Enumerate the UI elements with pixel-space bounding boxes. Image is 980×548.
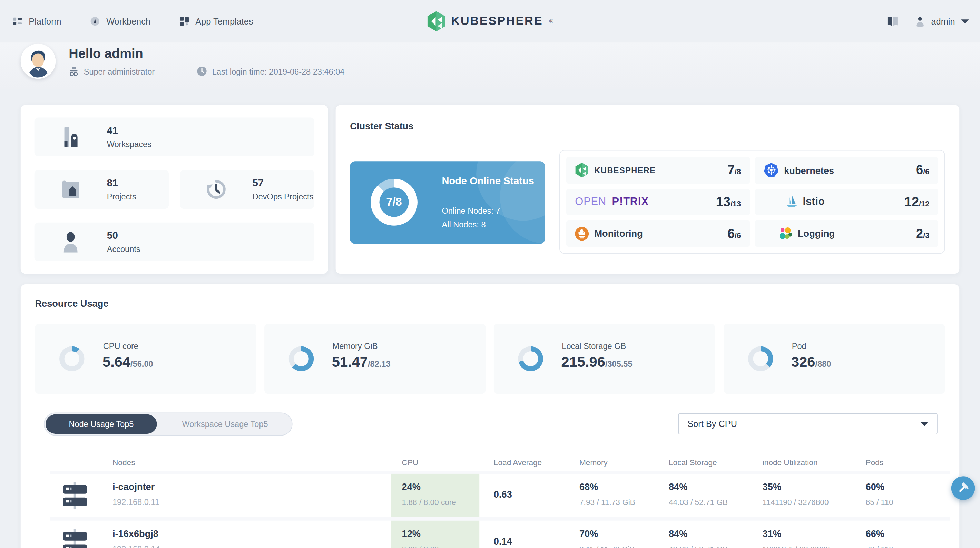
component-value: 6 <box>916 163 923 177</box>
node-online-title: Node Online Status <box>442 174 536 188</box>
component-label-part2: P!TRIX <box>612 196 649 208</box>
gauge-total: /880 <box>815 359 831 368</box>
inode-detail: 1141190 / 3276800 <box>763 498 829 507</box>
sort-by-dropdown[interactable]: Sort By CPU <box>678 413 937 435</box>
node-online-ratio: 7/8 <box>371 179 418 226</box>
pods-detail: 65 / 110 <box>866 498 893 507</box>
inode-detail: 1002451 / 3276800 <box>763 545 830 548</box>
memory-detail: 8.11 / 11.73 GiB <box>579 545 635 548</box>
component-monitoring[interactable]: Monitoring 6/6 <box>566 220 750 247</box>
col-nodes: Nodes <box>113 458 135 467</box>
istio-icon <box>786 195 797 209</box>
overview-stats-card: 41 Workspaces 81 Projects 57 DevOps Proj… <box>21 105 328 274</box>
usage-tabs: Node Usage Top5 Workspace Usage Top5 <box>44 413 293 435</box>
node-name[interactable]: i-16x6bgj8 <box>113 528 158 539</box>
component-istio[interactable]: Istio 12/12 <box>755 188 938 215</box>
component-value: 12 <box>904 194 919 209</box>
inode-percent: 35% <box>763 481 781 492</box>
cpu-donut <box>59 346 84 371</box>
cpu-percent: 12% <box>402 528 421 539</box>
gauge-used: 215.96 <box>561 354 605 370</box>
hammer-icon <box>957 482 969 494</box>
col-storage: Local Storage <box>669 458 717 467</box>
stat-projects[interactable]: 81 Projects <box>35 170 169 209</box>
kubesphere-icon <box>575 163 589 178</box>
pods-detail: 72 / 110 <box>866 545 893 548</box>
col-load: Load Average <box>494 458 542 467</box>
component-value: 7 <box>727 163 735 177</box>
kubesphere-logo-icon <box>426 11 445 32</box>
node-online-status-card[interactable]: 7/8 Node Online Status Online Nodes: 7 A… <box>350 161 545 244</box>
gauge-total: /82.13 <box>368 359 390 368</box>
component-value: 6 <box>727 226 735 241</box>
user-avatar-icon <box>915 16 925 27</box>
stat-workspaces[interactable]: 41 Workspaces <box>35 118 314 156</box>
cpu-percent: 24% <box>402 481 421 492</box>
cluster-status-card: Cluster Status 7/8 Node Online Status On… <box>336 105 959 274</box>
component-logging[interactable]: Logging 2/3 <box>755 220 938 247</box>
stat-value: 41 <box>107 125 151 136</box>
avatar <box>21 44 56 79</box>
pod-donut <box>748 346 773 371</box>
storage-detail: 44.03 / 52.71 GB <box>669 498 728 507</box>
storage-detail: 43.89 / 52.71 GB <box>669 545 728 548</box>
last-login-time: Last login time: 2019-06-28 23:46:04 <box>212 67 345 76</box>
chevron-down-icon <box>961 19 969 24</box>
component-kubernetes[interactable]: kubernetes 6/6 <box>755 157 938 183</box>
resource-usage-title: Resource Usage <box>35 298 108 309</box>
brand-logo[interactable]: KUBESPHERE ® <box>0 0 980 43</box>
stat-devops-projects[interactable]: 57 DevOps Projects <box>180 170 314 209</box>
col-memory: Memory <box>579 458 608 467</box>
server-node-icon <box>61 529 89 548</box>
col-pods: Pods <box>866 458 884 467</box>
stat-label: Projects <box>107 192 136 201</box>
tab-node-usage-top5[interactable]: Node Usage Top5 <box>46 414 157 434</box>
toolbox-fab-button[interactable] <box>951 476 975 500</box>
component-label: kubernetes <box>784 165 834 176</box>
nav-right-group: admin <box>886 0 969 43</box>
docs-book-icon[interactable] <box>886 16 899 26</box>
table-body: i-caojnter 192.168.0.11 24% 1.88 / 8.00 … <box>50 474 950 548</box>
tab-workspace-usage-top5[interactable]: Workspace Usage Top5 <box>159 413 291 435</box>
table-row[interactable]: i-16x6bgj8 192.168.0.14 12% 0.93 / 8.00 … <box>50 521 950 548</box>
memory-donut <box>289 346 314 371</box>
welcome-banner: Hello admin Super administrator Last log… <box>0 43 980 89</box>
cpu-detail: 0.93 / 8.00 core <box>402 545 456 548</box>
memory-percent: 70% <box>579 528 598 539</box>
cpu-usage-cell: 24% 1.88 / 8.00 core <box>391 474 479 517</box>
projects-icon <box>52 180 89 199</box>
elastic-logging-icon <box>778 227 792 241</box>
component-openpitrix[interactable]: OPENP!TRIX 13/13 <box>566 188 750 215</box>
memory-percent: 68% <box>579 481 598 492</box>
online-nodes-label: Online Nodes: 7 <box>442 206 500 216</box>
stat-accounts[interactable]: 50 Accounts <box>35 223 314 261</box>
pods-percent: 60% <box>866 481 885 492</box>
stat-label: Workspaces <box>107 139 151 149</box>
inode-percent: 31% <box>763 528 781 539</box>
server-node-icon <box>61 482 89 509</box>
prometheus-icon <box>575 227 589 241</box>
component-total: /12 <box>919 199 929 208</box>
stat-value: 50 <box>107 230 140 242</box>
gauge-label: Local Storage GB <box>562 341 626 350</box>
openpitrix-wordmark: OPENP!TRIX <box>575 196 649 208</box>
resource-usage-card: Resource Usage CPU core 5.64/56.00 Memor… <box>21 284 959 548</box>
component-kubesphere[interactable]: KUBESPHERE 7/8 <box>566 157 750 183</box>
load-average-value: 0.63 <box>494 489 512 499</box>
component-total: /8 <box>735 168 741 176</box>
node-name[interactable]: i-caojnter <box>113 481 154 492</box>
user-menu[interactable]: admin <box>915 16 969 27</box>
table-row[interactable]: i-caojnter 192.168.0.11 24% 1.88 / 8.00 … <box>50 474 950 517</box>
all-nodes-label: All Nodes: 8 <box>442 220 486 229</box>
user-name: admin <box>931 16 955 26</box>
storage-percent: 84% <box>669 528 687 539</box>
user-role: Super administrator <box>84 67 154 76</box>
kubesphere-dashboard: Platform Workbench App Templates KUBESPH… <box>0 0 980 548</box>
cluster-components-panel: KUBESPHERE 7/8 kubernetes 6/6 OPENP!TRIX <box>559 150 945 254</box>
page-title: Hello admin <box>69 46 143 61</box>
component-value: 13 <box>716 194 730 209</box>
top-navbar: Platform Workbench App Templates KUBESPH… <box>0 0 980 43</box>
gauge-label: Memory GiB <box>332 341 378 350</box>
banner-meta: Super administrator Last login time: 201… <box>69 66 344 76</box>
node-ip: 192.168.0.14 <box>113 545 160 548</box>
